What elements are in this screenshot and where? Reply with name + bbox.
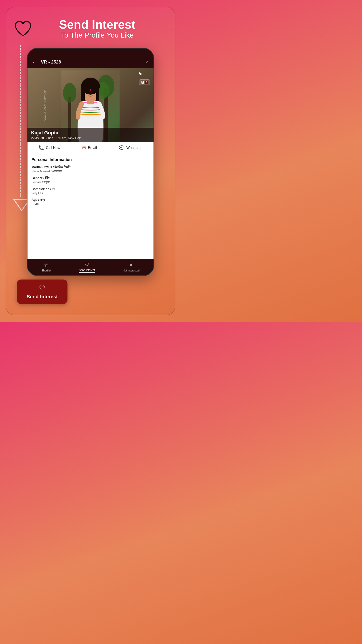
title-area: Send Interest To The Profile You Like [59,18,135,39]
email-icon: ✉ [82,145,86,150]
age-value: 27yrs [31,202,149,206]
svg-point-15 [92,91,94,94]
svg-rect-12 [87,100,94,104]
send-interest-nav-label: Send Interest [79,268,95,272]
not-interested-icon: ✕ [129,262,133,268]
outer-card: Send Interest To The Profile You Like ← … [5,7,175,315]
call-now-button[interactable]: 📞 Call Now [38,145,60,150]
name-overlay: Kajal Gupta 27yrs, 5ft 3 inch - 160 cm, … [27,128,153,142]
bottom-nav: ☆ Shortlist ♡ Send Interest ✕ Not Intere… [27,259,153,275]
email-button[interactable]: ✉ Email [82,145,97,150]
shortlist-label: Shortlist [41,269,51,272]
nav-not-interested[interactable]: ✕ Not Interested [123,262,139,272]
send-interest-icon: ♡ [85,262,89,268]
gender-label: Gender / लिंग [31,176,149,180]
action-buttons: 📞 Call Now ✉ Email 💬 Whatsapp [27,142,153,154]
nav-send-interest[interactable]: ♡ Send Interest [79,262,95,272]
gender-row: Gender / लिंग Female / लड़की [31,176,149,184]
share-icon[interactable]: ↗ [145,59,149,64]
profile-name: Kajal Gupta [31,130,150,136]
age-row: Age / उम्र 27yrs [31,198,149,206]
phone-icon: 📞 [38,145,44,150]
complexion-value: Very Fair [31,192,149,195]
whatsapp-icon: 💬 [119,145,124,150]
phone-mockup: ← VR - 2528 ↗ [27,48,154,276]
status-bar [27,48,153,56]
gallery-icon: 🖼 [141,80,144,84]
btn-label: Send Interest [26,294,58,300]
send-interest-button[interactable]: ♡ Send Interest [17,280,67,304]
complexion-row: Complexion / रंग Very Fair [31,187,149,195]
title-main: Send Interest [59,18,135,31]
btn-heart-icon: ♡ [39,284,45,292]
not-interested-label: Not Interested [123,269,139,272]
marital-status-label: Marital Status / वैवाहिक स्थिति [31,165,149,169]
whatsapp-label: Whatsapp [126,146,142,150]
flag-icon: ⚑ [138,71,142,77]
svg-point-14 [86,91,89,94]
age-label: Age / उम्र [31,198,149,202]
title-sub: To The Profile You Like [59,31,135,39]
gender-value: Female / लड़की [31,180,149,184]
profile-image-area: www.varshneyrishtey.com ⚑ 🖼 1 Kajal Gupt… [27,68,153,142]
whatsapp-button[interactable]: 💬 Whatsapp [119,145,142,150]
email-label: Email [88,146,97,150]
complexion-label: Complexion / रंग [31,187,149,191]
profile-details: 27yrs, 5ft 3 inch - 160 cm, New Delhi [31,136,150,140]
back-button[interactable]: ← [32,59,37,65]
nav-shortlist[interactable]: ☆ Shortlist [41,262,51,272]
top-nav: ← VR - 2528 ↗ [27,56,153,68]
dashed-line [20,45,21,197]
call-label: Call Now [46,146,60,150]
svg-point-7 [63,83,76,103]
marital-status-value: Never Married / अविवाहित [31,170,149,173]
svg-point-13 [90,89,91,90]
personal-info-title: Personal Information [31,158,149,162]
marital-status-row: Marital Status / वैवाहिक स्थिति Never Ma… [31,165,149,173]
heart-icon-top [14,20,32,38]
shortlist-icon: ☆ [44,262,48,268]
photo-count: 1 [145,80,148,84]
watermark: www.varshneyrishtey.com [44,90,46,120]
personal-info: Personal Information Marital Status / वै… [27,154,153,259]
nav-title: VR - 2528 [41,60,142,64]
photo-count-badge[interactable]: 🖼 1 [139,80,150,85]
